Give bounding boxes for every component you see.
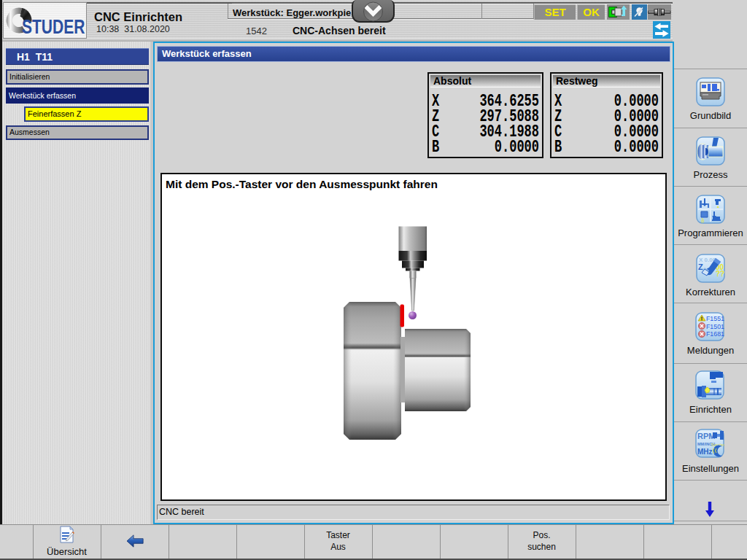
svg-text:RPM: RPM [697, 432, 715, 440]
svg-text:??: ?? [716, 270, 724, 278]
svg-text:MHz: MHz [697, 448, 713, 456]
svg-text:F1501: F1501 [706, 323, 724, 330]
svg-text:F1551: F1551 [706, 315, 724, 322]
svg-text:F1681: F1681 [706, 330, 724, 338]
